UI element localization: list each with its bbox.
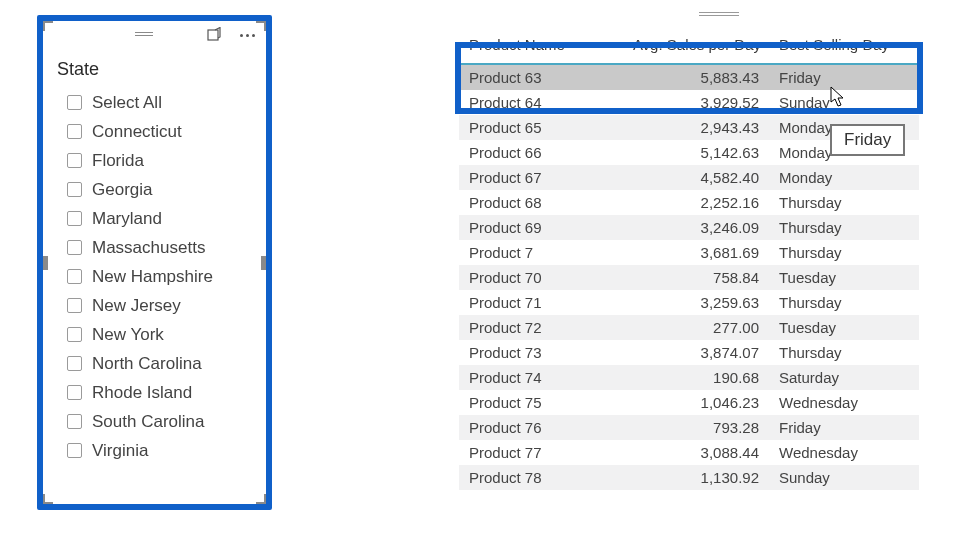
- resize-handle-tr[interactable]: [256, 21, 266, 31]
- product-table: Product Name Avg. Sales per Day Best Sel…: [459, 26, 919, 490]
- slicer-item[interactable]: Georgia: [67, 175, 258, 204]
- cell-day: Thursday: [769, 190, 919, 215]
- slicer-item-label: Massachusetts: [92, 238, 205, 258]
- slicer-item-label: New Jersey: [92, 296, 181, 316]
- resize-handle-br[interactable]: [256, 494, 266, 504]
- table-row[interactable]: Product 70758.84Tuesday: [459, 265, 919, 290]
- checkbox-icon[interactable]: [67, 182, 82, 197]
- table-row[interactable]: Product 781,130.92Sunday: [459, 465, 919, 490]
- slicer-item[interactable]: South Carolina: [67, 407, 258, 436]
- cell-day: Thursday: [769, 215, 919, 240]
- checkbox-icon[interactable]: [67, 211, 82, 226]
- cell-product: Product 70: [459, 265, 609, 290]
- slicer-item-label: Virginia: [92, 441, 148, 461]
- cell-avg: 4,582.40: [609, 165, 769, 190]
- table-row[interactable]: Product 751,046.23Wednesday: [459, 390, 919, 415]
- drag-handle-icon[interactable]: [699, 12, 739, 18]
- cell-avg: 3,874.07: [609, 340, 769, 365]
- slicer-item[interactable]: New Jersey: [67, 291, 258, 320]
- cell-product: Product 7: [459, 240, 609, 265]
- checkbox-icon[interactable]: [67, 414, 82, 429]
- state-slicer[interactable]: State Select All Connecticut Florida Geo…: [43, 21, 266, 504]
- slicer-item-label: North Carolina: [92, 354, 202, 374]
- cell-avg: 5,883.43: [609, 64, 769, 90]
- cell-product: Product 69: [459, 215, 609, 240]
- table-row[interactable]: Product 733,874.07Thursday: [459, 340, 919, 365]
- checkbox-icon[interactable]: [67, 240, 82, 255]
- table-row[interactable]: Product 713,259.63Thursday: [459, 290, 919, 315]
- cell-avg: 3,088.44: [609, 440, 769, 465]
- slicer-item-label: Maryland: [92, 209, 162, 229]
- slicer-item[interactable]: Massachusetts: [67, 233, 258, 262]
- table-row[interactable]: Product 674,582.40Monday: [459, 165, 919, 190]
- checkbox-icon[interactable]: [67, 356, 82, 371]
- slicer-item[interactable]: Maryland: [67, 204, 258, 233]
- cell-product: Product 66: [459, 140, 609, 165]
- drag-handle-icon[interactable]: [135, 32, 153, 38]
- cell-product: Product 63: [459, 64, 609, 90]
- column-header-avg[interactable]: Avg. Sales per Day: [609, 26, 769, 64]
- focus-mode-icon[interactable]: [206, 26, 224, 44]
- svg-rect-0: [208, 30, 218, 40]
- checkbox-icon[interactable]: [67, 443, 82, 458]
- column-header-product[interactable]: Product Name: [459, 26, 609, 64]
- table-row[interactable]: Product 773,088.44Wednesday: [459, 440, 919, 465]
- slicer-item-label: Florida: [92, 151, 144, 171]
- table-row[interactable]: Product 76793.28Friday: [459, 415, 919, 440]
- checkbox-icon[interactable]: [67, 298, 82, 313]
- cell-avg: 793.28: [609, 415, 769, 440]
- cell-day: Friday: [769, 415, 919, 440]
- resize-handle-ml[interactable]: [43, 256, 48, 270]
- column-header-day[interactable]: Best Selling Day: [769, 26, 919, 64]
- slicer-item-label: Georgia: [92, 180, 152, 200]
- slicer-item-label: New York: [92, 325, 164, 345]
- cell-avg: 1,046.23: [609, 390, 769, 415]
- slicer-item[interactable]: Rhode Island: [67, 378, 258, 407]
- resize-handle-mr[interactable]: [261, 256, 266, 270]
- cell-product: Product 72: [459, 315, 609, 340]
- cell-avg: 3,681.69: [609, 240, 769, 265]
- table-row[interactable]: Product 72277.00Tuesday: [459, 315, 919, 340]
- slicer-item-label: Select All: [92, 93, 162, 113]
- slicer-item[interactable]: North Carolina: [67, 349, 258, 378]
- table-row[interactable]: Product 693,246.09Thursday: [459, 215, 919, 240]
- cell-product: Product 76: [459, 415, 609, 440]
- checkbox-icon[interactable]: [67, 385, 82, 400]
- cell-day: Thursday: [769, 340, 919, 365]
- cell-day: Sunday: [769, 465, 919, 490]
- cell-avg: 277.00: [609, 315, 769, 340]
- table-row[interactable]: Product 635,883.43Friday: [459, 64, 919, 90]
- cell-day: Sunday: [769, 90, 919, 115]
- cell-product: Product 65: [459, 115, 609, 140]
- checkbox-icon[interactable]: [67, 95, 82, 110]
- slicer-item[interactable]: Florida: [67, 146, 258, 175]
- product-table-visual[interactable]: Product Name Avg. Sales per Day Best Sel…: [459, 0, 978, 490]
- cell-avg: 758.84: [609, 265, 769, 290]
- slicer-selection-highlight: State Select All Connecticut Florida Geo…: [37, 15, 272, 510]
- cell-day: Wednesday: [769, 440, 919, 465]
- slicer-item[interactable]: Virginia: [67, 436, 258, 465]
- resize-handle-bl[interactable]: [43, 494, 53, 504]
- table-row[interactable]: Product 682,252.16Thursday: [459, 190, 919, 215]
- cell-avg: 5,142.63: [609, 140, 769, 165]
- more-options-icon[interactable]: [238, 26, 256, 44]
- slicer-item-label: New Hampshire: [92, 267, 213, 287]
- cell-day: Wednesday: [769, 390, 919, 415]
- cell-day: Friday: [769, 64, 919, 90]
- checkbox-icon[interactable]: [67, 124, 82, 139]
- checkbox-icon[interactable]: [67, 269, 82, 284]
- checkbox-icon[interactable]: [67, 327, 82, 342]
- table-row[interactable]: Product 74190.68Saturday: [459, 365, 919, 390]
- cell-product: Product 68: [459, 190, 609, 215]
- cell-avg: 190.68: [609, 365, 769, 390]
- slicer-item-select-all[interactable]: Select All: [67, 88, 258, 117]
- table-row[interactable]: Product 643,929.52Sunday: [459, 90, 919, 115]
- slicer-item[interactable]: New York: [67, 320, 258, 349]
- cell-product: Product 74: [459, 365, 609, 390]
- checkbox-icon[interactable]: [67, 153, 82, 168]
- cell-avg: 3,259.63: [609, 290, 769, 315]
- slicer-item[interactable]: Connecticut: [67, 117, 258, 146]
- resize-handle-tl[interactable]: [43, 21, 53, 31]
- table-row[interactable]: Product 73,681.69Thursday: [459, 240, 919, 265]
- slicer-item[interactable]: New Hampshire: [67, 262, 258, 291]
